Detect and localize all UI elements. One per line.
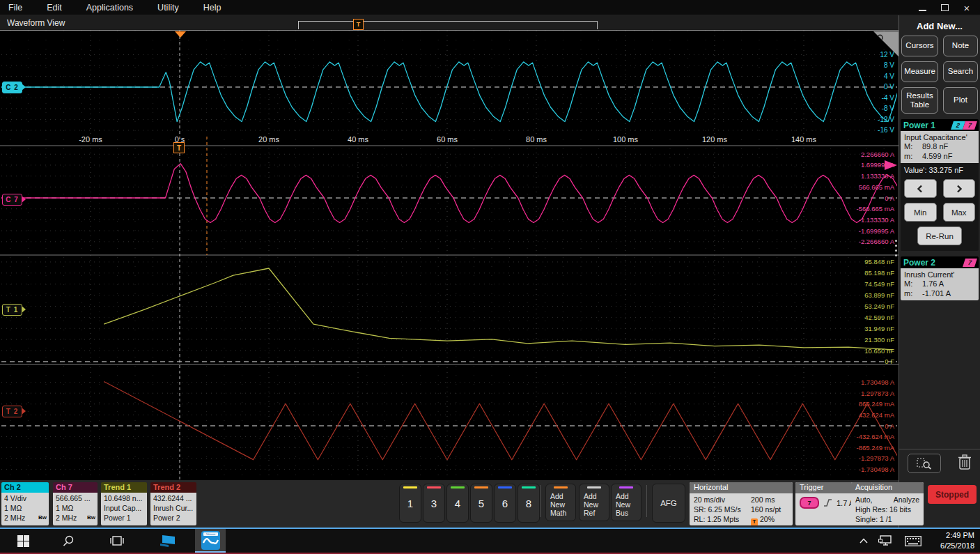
max-label: M: bbox=[904, 279, 922, 288]
svg-text:0 A: 0 A bbox=[885, 194, 894, 202]
badge-scale: 10.6498 n... bbox=[104, 493, 142, 503]
channel-handle-c2[interactable]: C 2 bbox=[2, 82, 22, 93]
bandwidth-limit-icon: Bw bbox=[87, 513, 95, 523]
channel-badge-trend1[interactable]: Trend 1 10.6498 n... Input Cap... Power … bbox=[101, 482, 147, 525]
min-value: 4.599 nF bbox=[922, 152, 952, 160]
zoom-box-icon bbox=[916, 457, 933, 470]
max-button[interactable]: Max bbox=[943, 203, 976, 222]
badge-source2: Power 1 bbox=[104, 513, 131, 523]
rerun-button[interactable]: Re-Run bbox=[917, 226, 962, 245]
note-button[interactable]: Note bbox=[943, 36, 978, 56]
taskbar: Tektronix 2:49 PM 6/25/2018 bbox=[0, 529, 980, 553]
menu-help[interactable]: Help bbox=[203, 3, 221, 13]
tekscope-app-button[interactable]: Tektronix bbox=[195, 529, 226, 553]
menu-applications[interactable]: Applications bbox=[86, 3, 133, 13]
nav-prev-button[interactable] bbox=[904, 179, 937, 198]
time-axis-label: 20 ms bbox=[258, 135, 279, 144]
taskbar-clock[interactable]: 2:49 PM 6/25/2018 bbox=[940, 530, 974, 551]
trigger-time-marker[interactable]: T bbox=[173, 142, 185, 153]
channel-3-button[interactable]: 3 bbox=[423, 484, 445, 523]
horizontal-panel[interactable]: Horizontal 20 ms/div200 ms SR: 6.25 MS/s… bbox=[690, 482, 793, 525]
run-stop-status[interactable]: Stopped bbox=[928, 485, 977, 504]
position-flag-icon: T bbox=[751, 518, 758, 526]
svg-text:-16 V: -16 V bbox=[878, 126, 894, 134]
draw-zoom-box-button[interactable] bbox=[908, 454, 941, 473]
svg-text:85.198 nF: 85.198 nF bbox=[864, 269, 894, 277]
channel-badge-trend2[interactable]: Trend 2 432.6244 ... Inrush Cur... Power… bbox=[150, 482, 196, 525]
channel-number: 1 bbox=[407, 498, 413, 509]
svg-text:432.624 mA: 432.624 mA bbox=[859, 411, 895, 419]
results-table-button[interactable]: Results Table bbox=[901, 87, 938, 114]
record-view-minimap[interactable]: T bbox=[298, 21, 598, 29]
badge-scale: 432.6244 ... bbox=[153, 493, 192, 503]
power1-badge[interactable]: Power 1 2 7 Input Capacitance' M: 89.8 n… bbox=[901, 119, 979, 251]
trash-button[interactable] bbox=[957, 454, 972, 473]
channel-badge-ch7[interactable]: Ch 7 566.665 ... 1 MΩ 2 MHzBw bbox=[53, 482, 98, 525]
svg-text:8 V: 8 V bbox=[884, 61, 894, 69]
handle-arrow-icon bbox=[22, 306, 26, 313]
trigger-position-icon[interactable] bbox=[175, 31, 186, 38]
channel-1-button[interactable]: 1 bbox=[399, 484, 421, 523]
svg-text:74.549 nF: 74.549 nF bbox=[864, 280, 894, 288]
restore-icon[interactable] bbox=[940, 3, 949, 13]
power2-badge[interactable]: Power 2 7 Inrush Current' M: 1.76 A m: -… bbox=[901, 256, 979, 300]
channel-5-button[interactable]: 5 bbox=[470, 484, 492, 523]
start-button[interactable] bbox=[7, 529, 39, 553]
waveform-display[interactable]: 12 V8 V4 V0 V-4 V-8 V-12 V-16 V2.266660 … bbox=[0, 31, 899, 479]
channel-handle-c7[interactable]: C 7 bbox=[2, 194, 22, 206]
afg-button[interactable]: AFG bbox=[652, 484, 685, 523]
scale-labels-c2: 12 V8 V4 V0 V-4 V-8 V-12 V-16 V bbox=[878, 51, 894, 134]
badge-impedance: 1 MΩ bbox=[56, 503, 73, 513]
min-button[interactable]: Min bbox=[904, 203, 937, 222]
svg-text:-12 V: -12 V bbox=[878, 116, 894, 123]
clock-date: 6/25/2018 bbox=[940, 541, 974, 551]
acquisition-panel[interactable]: Acquisition Auto,Analyze High Res: 16 bi… bbox=[851, 482, 924, 525]
minimize-icon[interactable] bbox=[917, 3, 927, 13]
channel-color-bar bbox=[451, 486, 465, 488]
badge-bandwidth: 2 MHz bbox=[4, 513, 25, 523]
channel-badge-ch2[interactable]: Ch 2 4 V/div 1 MΩ 2 MHzBw bbox=[1, 482, 49, 525]
tab-waveform-view[interactable]: Waveform View bbox=[7, 18, 65, 28]
svg-text:1.133330 A: 1.133330 A bbox=[861, 172, 895, 180]
task-view-button[interactable] bbox=[102, 529, 132, 553]
channel-4-button[interactable]: 4 bbox=[446, 484, 469, 523]
record-length: RL: 1.25 Mpts bbox=[694, 514, 751, 525]
bus-color-bar bbox=[619, 486, 633, 488]
timebase: 20 ms/div bbox=[694, 495, 751, 505]
add-new-ref-button[interactable]: Add New Ref bbox=[579, 484, 609, 521]
tray-chevron-button[interactable] bbox=[855, 529, 872, 553]
tray-network-button[interactable] bbox=[875, 529, 896, 553]
svg-text:-1.133330 A: -1.133330 A bbox=[859, 216, 895, 224]
channel-handle-label: T 1 bbox=[6, 306, 18, 314]
channel-handle-t2[interactable]: T 2 bbox=[2, 406, 22, 417]
search-button[interactable]: Search bbox=[943, 61, 978, 82]
display-app-button[interactable] bbox=[152, 529, 182, 553]
add-new-math-button[interactable]: Add New Math bbox=[545, 484, 576, 521]
btn-line: Add bbox=[616, 492, 629, 500]
power2-title: Power 2 bbox=[903, 258, 964, 268]
channel-8-button[interactable]: 8 bbox=[518, 484, 540, 523]
menu-edit[interactable]: Edit bbox=[47, 3, 62, 13]
svg-text:-1.699995 A: -1.699995 A bbox=[859, 227, 895, 235]
panel-splitter-handle[interactable] bbox=[895, 240, 897, 256]
channel-6-button[interactable]: 6 bbox=[494, 484, 516, 523]
btn-line: Add bbox=[584, 492, 597, 500]
badge-source: Inrush Cur... bbox=[153, 503, 193, 513]
badge-scale: 4 V/div bbox=[4, 493, 26, 503]
add-new-bus-button[interactable]: Add New Bus bbox=[611, 484, 641, 521]
cursors-button[interactable]: Cursors bbox=[901, 36, 938, 56]
channel-handle-t1[interactable]: T 1 bbox=[2, 304, 22, 316]
tray-keyboard-button[interactable] bbox=[900, 529, 926, 553]
acquisition-title: Acquisition bbox=[851, 482, 924, 493]
nav-next-button[interactable] bbox=[943, 179, 976, 198]
ref-color-bar bbox=[587, 486, 601, 488]
taskbar-search-button[interactable] bbox=[53, 529, 84, 553]
measure-button[interactable]: Measure bbox=[901, 61, 938, 82]
menu-utility[interactable]: Utility bbox=[157, 3, 179, 13]
minimap-trigger-marker[interactable]: T bbox=[353, 19, 364, 30]
svg-text:-566.665 mA: -566.665 mA bbox=[857, 205, 895, 213]
menu-file[interactable]: File bbox=[8, 3, 22, 13]
close-icon[interactable]: × bbox=[962, 3, 972, 13]
channel-handle-label: C 7 bbox=[6, 196, 19, 203]
plot-button[interactable]: Plot bbox=[943, 87, 978, 114]
